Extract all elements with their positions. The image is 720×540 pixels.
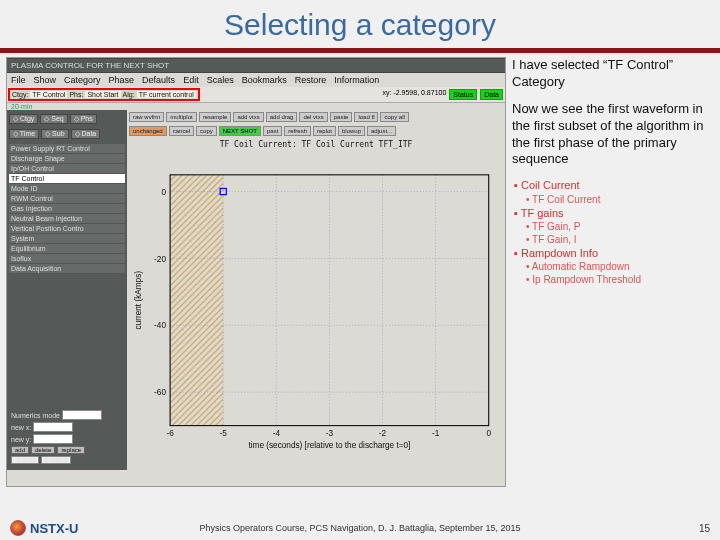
plot-btn-NEXT-SHOT[interactable]: NEXT SHOT (219, 126, 261, 136)
category-item[interactable]: Vertical Position Contro (9, 224, 125, 234)
category-item[interactable]: Neutral Beam Injection (9, 214, 125, 224)
legend-top: ▪ Coil Current (512, 178, 714, 192)
svg-rect-0 (170, 175, 223, 426)
category-item[interactable]: Power Supply RT Control (9, 144, 125, 154)
legend-sub: • TF Coil Current (512, 193, 714, 206)
plot-btn-raw-wvfrm[interactable]: raw wvfrm (129, 112, 164, 122)
svg-text:0: 0 (486, 429, 491, 438)
legend-sub: • TF Gain, I (512, 233, 714, 246)
menu-category[interactable]: Category (64, 75, 101, 85)
category-item[interactable]: Mode ID (9, 184, 125, 194)
category-item[interactable]: Isoflux (9, 254, 125, 264)
category-item[interactable]: Ip/OH Control (9, 164, 125, 174)
category-item[interactable]: Gas Injection (9, 204, 125, 214)
menu-information[interactable]: Information (334, 75, 379, 85)
svg-text:-3: -3 (326, 429, 334, 438)
category-item[interactable]: Equilibrium (9, 244, 125, 254)
plot-btn-del-vtxs[interactable]: del vtxs (299, 112, 327, 122)
plot-btn-add-drag[interactable]: add drag (266, 112, 298, 122)
category-item[interactable]: TF Control (9, 174, 125, 184)
category-list: Power Supply RT ControlDischarge ShapeIp… (9, 144, 125, 274)
toggle-data[interactable]: ◇ Data (71, 129, 101, 139)
legend-list: ▪ Coil Current• TF Coil Current▪ TF gain… (512, 178, 714, 286)
toggle-sub[interactable]: ◇ Sub (41, 129, 68, 139)
menubar: FileShowCategoryPhaseDefaultsEditScalesB… (7, 73, 505, 87)
plot-btn-copy-all[interactable]: copy all (380, 112, 408, 122)
menu-file[interactable]: File (11, 75, 26, 85)
plot-btn-blowup[interactable]: blowup (338, 126, 365, 136)
replace-button[interactable]: replace (57, 446, 85, 454)
footer-caption: Physics Operators Course, PCS Navigation… (199, 523, 520, 533)
svg-text:-20: -20 (154, 255, 166, 264)
svg-text:-6: -6 (166, 429, 174, 438)
menu-scales[interactable]: Scales (207, 75, 234, 85)
plot-btn-load-fl[interactable]: load fl (354, 112, 378, 122)
plot-btn-cancel[interactable]: cancel (169, 126, 194, 136)
plot-btn-adjust...[interactable]: adjust... (367, 126, 396, 136)
toggle-phs[interactable]: ◇ Phs (70, 114, 97, 124)
svg-text:-2: -2 (379, 429, 387, 438)
legend-top: ▪ Rampdown Info (512, 246, 714, 260)
plot-btn-past[interactable]: past (263, 126, 282, 136)
toggle-time[interactable]: ◇ Time (9, 129, 39, 139)
plot-title: TF Coil Current: TF Coil Current TFT_ITF (127, 138, 505, 151)
legend-sub: • TF Gain, P (512, 220, 714, 233)
svg-text:0: 0 (161, 188, 166, 197)
status-row: Ctgy:TF Control Phs:Shot Start Alg:TF cu… (7, 87, 505, 103)
category-item[interactable]: Discharge Shape (9, 154, 125, 164)
plot-btn-resample[interactable]: resample (199, 112, 232, 122)
annotation-p2: Now we see the first waveform in the fir… (512, 101, 714, 169)
toggle-ctgy[interactable]: ◇ Ctgy (9, 114, 38, 124)
legend-top: ▪ TF gains (512, 206, 714, 220)
toggle-seq[interactable]: ◇ Seq (40, 114, 67, 124)
menu-show[interactable]: Show (34, 75, 57, 85)
plot-btn-paste[interactable]: paste (330, 112, 353, 122)
svg-text:-40: -40 (154, 321, 166, 330)
app-screenshot: PLASMA CONTROL FOR THE NEXT SHOT FileSho… (6, 57, 506, 487)
newx-input[interactable] (33, 422, 73, 432)
menu-bookmarks[interactable]: Bookmarks (242, 75, 287, 85)
sub-status: 20-min (7, 103, 505, 110)
annotation-p1: I have selected “TF Control” Category (512, 57, 714, 91)
delete-button[interactable]: delete (31, 446, 55, 454)
menu-edit[interactable]: Edit (183, 75, 199, 85)
menu-restore[interactable]: Restore (295, 75, 327, 85)
brand-label: NSTX-U (30, 521, 78, 536)
legend-sub: • Ip Rampdown Threshold (512, 273, 714, 286)
newy-input[interactable] (33, 434, 73, 444)
plot-btn-unchanged[interactable]: unchanged (129, 126, 167, 136)
plot-btn-add-vtxs[interactable]: add vtxs (233, 112, 263, 122)
numerics-mode-input[interactable] (62, 410, 102, 420)
svg-text:current (kAmps): current (kAmps) (134, 271, 143, 330)
svg-text:-1: -1 (432, 429, 440, 438)
plot-btn-replot[interactable]: replot (313, 126, 336, 136)
legend-sub: • Automatic Rampdown (512, 260, 714, 273)
slide-footer: NSTX-U Physics Operators Course, PCS Nav… (0, 520, 720, 536)
waveform-plot[interactable]: -6-5-4-3-2-100-20-40-60time (seconds) [r… (129, 153, 499, 468)
slide-title: Selecting a category (0, 0, 720, 48)
menu-defaults[interactable]: Defaults (142, 75, 175, 85)
numerics-panel: Numerics mode new x: new y: adddeleterep… (9, 406, 125, 468)
plot-btn-multiplot[interactable]: multiplot (166, 112, 196, 122)
svg-text:-4: -4 (273, 429, 281, 438)
plot-btn-refresh[interactable]: refresh (284, 126, 311, 136)
window-title: PLASMA CONTROL FOR THE NEXT SHOT (7, 58, 505, 73)
page-number: 15 (699, 523, 710, 534)
category-item[interactable]: Data Acquisition (9, 264, 125, 274)
category-selector-highlight: Ctgy:TF Control Phs:Shot Start Alg:TF cu… (8, 88, 200, 101)
sidebar: ◇ Ctgy◇ Seq◇ Phs ◇ Time◇ Sub◇ Data Power… (7, 110, 127, 470)
category-item[interactable]: System (9, 234, 125, 244)
plot-btn-copy[interactable]: copy (196, 126, 217, 136)
menu-phase[interactable]: Phase (109, 75, 135, 85)
cursor-coords: xy: -2.9598, 0.87100 (383, 89, 447, 100)
nstx-logo-icon (10, 520, 26, 536)
add-button[interactable]: add (11, 446, 29, 454)
svg-text:-60: -60 (154, 388, 166, 397)
data-button[interactable]: Data (480, 89, 503, 100)
svg-text:-5: -5 (220, 429, 228, 438)
plot-area: raw wvfrmmultiplotresampleadd vtxsadd dr… (127, 110, 505, 470)
category-item[interactable]: RWM Control (9, 194, 125, 204)
svg-text:time (seconds) [relative to th: time (seconds) [relative to the discharg… (248, 441, 410, 450)
status-button[interactable]: Status (449, 89, 477, 100)
annotation-text: I have selected “TF Control” Category No… (512, 57, 714, 487)
